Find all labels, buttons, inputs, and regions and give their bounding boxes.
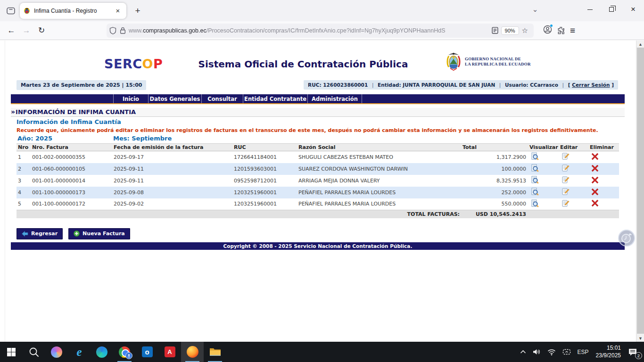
ecuador-coat-of-arms-icon xyxy=(446,52,462,72)
visualizar-icon[interactable] xyxy=(531,164,539,172)
datetime-box: Martes 23 de Septiembre de 2025 | 15:00 xyxy=(17,80,146,90)
chrome-profile-badge xyxy=(125,352,132,359)
nav-item-administracion[interactable]: Administración xyxy=(308,94,362,103)
logout-link[interactable]: Cerrar Sesión xyxy=(572,82,610,88)
zoom-level-button[interactable]: 90% xyxy=(501,26,519,35)
user-info-box: RUC: 1260023860001 | Entidad: JUNTA PARR… xyxy=(304,80,618,90)
language-indicator[interactable]: ESP xyxy=(574,342,592,362)
nueva-factura-button[interactable]: Nueva Factura xyxy=(68,228,130,239)
notification-badge: 2 xyxy=(635,352,642,359)
tray-time: 15:01 xyxy=(596,345,621,352)
eliminar-icon[interactable] xyxy=(591,153,599,160)
government-line1: GOBIERNO NACIONAL DE xyxy=(465,57,531,62)
visualizar-icon[interactable] xyxy=(531,176,539,184)
taskbar-file-explorer-button[interactable] xyxy=(204,342,226,362)
editar-icon[interactable] xyxy=(561,164,570,172)
nav-item-consultar[interactable]: Consultar xyxy=(202,94,243,103)
editar-icon[interactable] xyxy=(561,176,570,184)
taskbar-acrobat-button[interactable]: A xyxy=(158,342,181,362)
scroll-up-icon[interactable]: ▲ xyxy=(636,41,644,48)
close-button[interactable]: × xyxy=(622,0,644,19)
clock-date[interactable]: 15:01 23/9/2025 xyxy=(592,345,625,359)
account-button[interactable] xyxy=(543,25,552,36)
list-all-tabs-icon[interactable]: ⌄ xyxy=(527,1,543,17)
taskbar-chrome-button[interactable] xyxy=(113,342,136,362)
session-timer-widget[interactable] xyxy=(618,230,635,247)
nav-item-inicio[interactable]: Inicio xyxy=(113,94,149,103)
government-logo: GOBIERNO NACIONAL DE LA REPUBLICA DEL EC… xyxy=(446,52,531,72)
firefox-icon xyxy=(187,346,198,358)
url-text[interactable]: www.compraspublicas.gob.ec/ProcesoContra… xyxy=(129,27,490,34)
menu-hamburger-icon[interactable]: ≡ xyxy=(570,25,575,36)
total-facturas-label: TOTAL FACTURAS: xyxy=(17,210,461,218)
taskbar-copilot-button[interactable] xyxy=(45,342,68,362)
nav-item-entidad-contratante[interactable]: Entidad Contratante xyxy=(243,94,308,103)
table-row: 5 001-100-000000172 2025-09-02 120325196… xyxy=(17,198,619,210)
government-text: GOBIERNO NACIONAL DE LA REPUBLICA DEL EC… xyxy=(465,57,531,67)
page-heading: »INFORMACIÓN DE INFIMA CUANTIA xyxy=(11,108,625,117)
vertical-scrollbar[interactable]: ▲ ▼ xyxy=(636,41,644,342)
taskbar-outlook-button[interactable]: o xyxy=(136,342,158,362)
eliminar-icon[interactable] xyxy=(591,176,599,184)
visualizar-icon[interactable] xyxy=(531,199,539,207)
page-viewport: SERCOP Sistema Oficial de Contratación P… xyxy=(0,41,636,342)
system-tray: ESP 15:01 23/9/2025 2 xyxy=(517,342,644,362)
entidad-value: JUNTA PARROQUIAL DE SAN JUAN xyxy=(403,82,495,88)
lock-icon[interactable] xyxy=(120,27,126,34)
internet-explorer-icon: e xyxy=(76,346,82,358)
reader-view-icon[interactable] xyxy=(492,27,498,34)
account-notification-dot xyxy=(550,24,553,27)
acrobat-icon: A xyxy=(165,346,175,357)
tab-favicon-ecuador-icon xyxy=(24,8,30,14)
scroll-down-icon[interactable]: ▼ xyxy=(636,335,644,342)
notification-center-button[interactable]: 2 xyxy=(625,342,644,362)
scrollbar-thumb[interactable] xyxy=(637,48,644,334)
editar-icon[interactable] xyxy=(561,152,570,160)
tray-chevron-up-icon[interactable] xyxy=(517,342,529,362)
header-razon: Razón Social xyxy=(297,144,461,151)
taskbar-internet-explorer-button[interactable]: e xyxy=(68,342,91,362)
restore-button[interactable] xyxy=(601,0,622,19)
shield-icon[interactable] xyxy=(109,27,116,34)
site-header: SERCOP Sistema Oficial de Contratación P… xyxy=(11,46,625,79)
url-domain: compraspublicas.gob.ec xyxy=(143,27,206,34)
eliminar-icon[interactable] xyxy=(591,165,599,172)
session-bar: Martes 23 de Septiembre de 2025 | 15:00 … xyxy=(11,80,625,91)
bookmark-star-icon[interactable]: ☆ xyxy=(522,26,528,35)
extensions-puzzle-icon[interactable] xyxy=(557,26,565,35)
reload-button[interactable]: ↻ xyxy=(34,23,49,38)
nav-item-datos-generales[interactable]: Datos Generales xyxy=(149,94,202,103)
page-heading-text: INFORMACIÓN DE INFIMA CUANTIA xyxy=(16,108,136,115)
regresar-button[interactable]: Regresar xyxy=(17,228,63,239)
eliminar-icon[interactable] xyxy=(591,188,599,196)
logout-bracket: [ xyxy=(568,82,572,88)
taskbar-firefox-button[interactable] xyxy=(181,342,204,362)
wifi-icon[interactable] xyxy=(544,342,559,362)
editar-icon[interactable] xyxy=(561,188,570,196)
separator: | xyxy=(372,82,374,88)
volume-icon[interactable] xyxy=(529,342,544,362)
browser-tab[interactable]: Infima Cuantía - Registro × xyxy=(20,3,126,19)
taskbar-search-button[interactable] xyxy=(23,342,45,362)
header-visualizar: Visualizar xyxy=(528,144,559,151)
tab-close-icon[interactable]: × xyxy=(113,6,123,16)
minimize-button[interactable] xyxy=(579,0,601,19)
forward-button[interactable]: → xyxy=(19,23,34,38)
visualizar-icon[interactable] xyxy=(531,188,539,196)
usuario-label: Usuario: xyxy=(505,82,528,88)
editar-icon[interactable] xyxy=(561,199,570,207)
firefox-view-button[interactable] xyxy=(3,3,19,19)
main-nav: Inicio Datos Generales Consultar Entidad… xyxy=(11,94,625,104)
toolbar-right: ≡ xyxy=(543,25,582,36)
new-tab-button[interactable]: + xyxy=(130,3,145,18)
start-button[interactable] xyxy=(0,342,23,362)
url-bar[interactable]: www.compraspublicas.gob.ec/ProcesoContra… xyxy=(107,24,534,38)
eliminar-icon[interactable] xyxy=(591,199,599,207)
entidad-label: Entidad: xyxy=(378,82,401,88)
cast-display-icon[interactable] xyxy=(559,342,574,362)
usuario-value: CCarrasco xyxy=(530,82,558,88)
back-button[interactable]: ← xyxy=(4,23,19,38)
taskbar-edge-button[interactable] xyxy=(91,342,113,362)
visualizar-icon[interactable] xyxy=(531,152,539,160)
anio-label: Año: 2025 xyxy=(17,135,52,142)
